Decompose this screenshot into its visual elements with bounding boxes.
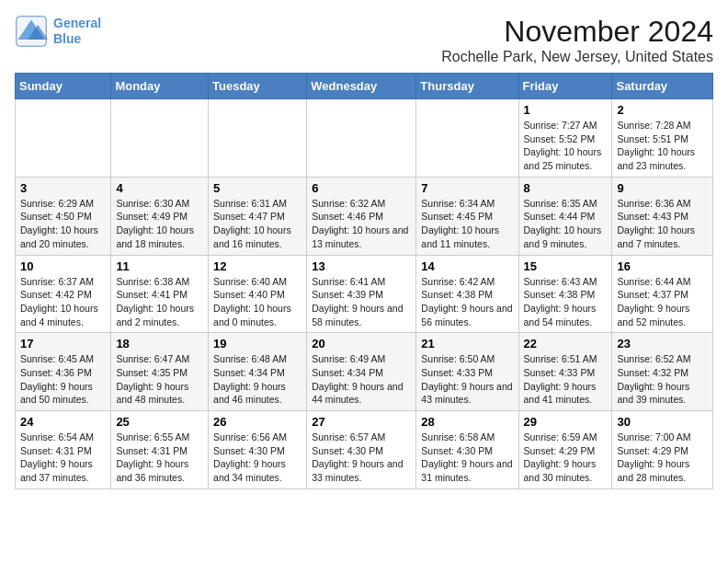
day-number: 2 (617, 103, 708, 117)
header-friday: Friday (518, 74, 612, 99)
title-area: November 2024 Rochelle Park, New Jersey,… (441, 15, 713, 65)
calendar-week-5: 24Sunrise: 6:54 AM Sunset: 4:31 PM Dayli… (16, 411, 713, 489)
day-info: Sunrise: 6:52 AM Sunset: 4:32 PM Dayligh… (617, 352, 708, 407)
day-number: 27 (312, 415, 411, 429)
calendar-cell: 6Sunrise: 6:32 AM Sunset: 4:46 PM Daylig… (307, 177, 416, 255)
day-number: 7 (421, 181, 513, 195)
logo-line1: General (53, 16, 101, 30)
day-number: 20 (312, 337, 411, 350)
day-number: 26 (213, 415, 301, 429)
day-number: 21 (421, 337, 513, 350)
day-number: 30 (617, 415, 708, 429)
day-number: 28 (421, 415, 513, 429)
day-number: 1 (524, 103, 608, 117)
header-sunday: Sunday (16, 74, 111, 99)
calendar-cell: 21Sunrise: 6:50 AM Sunset: 4:33 PM Dayli… (416, 333, 518, 411)
day-number: 17 (20, 337, 106, 350)
calendar-cell: 27Sunrise: 6:57 AM Sunset: 4:30 PM Dayli… (307, 411, 416, 489)
calendar-cell: 5Sunrise: 6:31 AM Sunset: 4:47 PM Daylig… (209, 177, 307, 255)
day-info: Sunrise: 6:42 AM Sunset: 4:38 PM Dayligh… (421, 275, 513, 329)
calendar-cell (307, 99, 416, 178)
day-number: 16 (617, 259, 708, 273)
day-number: 14 (421, 259, 513, 273)
calendar-cell: 4Sunrise: 6:30 AM Sunset: 4:49 PM Daylig… (111, 177, 209, 255)
day-info: Sunrise: 6:45 AM Sunset: 4:36 PM Dayligh… (20, 352, 106, 407)
day-number: 5 (213, 181, 301, 195)
calendar-cell: 11Sunrise: 6:38 AM Sunset: 4:41 PM Dayli… (111, 255, 209, 333)
day-info: Sunrise: 6:49 AM Sunset: 4:34 PM Dayligh… (312, 352, 411, 407)
day-number: 3 (20, 181, 106, 195)
location: Rochelle Park, New Jersey, United States (441, 49, 713, 65)
page-header: General Blue November 2024 Rochelle Park… (15, 15, 713, 65)
day-number: 4 (116, 181, 203, 195)
day-info: Sunrise: 6:55 AM Sunset: 4:31 PM Dayligh… (116, 431, 203, 485)
day-info: Sunrise: 6:29 AM Sunset: 4:50 PM Dayligh… (20, 197, 106, 251)
day-number: 22 (524, 337, 608, 350)
calendar-week-4: 17Sunrise: 6:45 AM Sunset: 4:36 PM Dayli… (16, 333, 713, 411)
calendar-cell: 30Sunrise: 7:00 AM Sunset: 4:29 PM Dayli… (612, 411, 713, 489)
calendar-cell: 2Sunrise: 7:28 AM Sunset: 5:51 PM Daylig… (612, 99, 713, 178)
day-number: 8 (524, 181, 608, 195)
calendar-cell: 8Sunrise: 6:35 AM Sunset: 4:44 PM Daylig… (518, 177, 612, 255)
calendar-header-row: SundayMondayTuesdayWednesdayThursdayFrid… (16, 74, 713, 99)
day-number: 23 (617, 337, 708, 350)
logo-text: General Blue (53, 16, 101, 47)
day-number: 25 (116, 415, 203, 429)
day-info: Sunrise: 6:47 AM Sunset: 4:35 PM Dayligh… (116, 352, 203, 407)
header-wednesday: Wednesday (307, 74, 416, 99)
day-info: Sunrise: 6:31 AM Sunset: 4:47 PM Dayligh… (213, 197, 301, 251)
day-info: Sunrise: 6:56 AM Sunset: 4:30 PM Dayligh… (213, 431, 301, 485)
day-number: 6 (312, 181, 411, 195)
calendar-cell (111, 99, 209, 178)
calendar-cell: 10Sunrise: 6:37 AM Sunset: 4:42 PM Dayli… (16, 255, 111, 333)
day-info: Sunrise: 6:44 AM Sunset: 4:37 PM Dayligh… (617, 275, 708, 329)
day-info: Sunrise: 6:51 AM Sunset: 4:33 PM Dayligh… (524, 352, 608, 407)
calendar-cell (16, 99, 111, 178)
day-number: 10 (20, 259, 106, 273)
day-info: Sunrise: 6:34 AM Sunset: 4:45 PM Dayligh… (421, 197, 513, 251)
calendar-cell: 23Sunrise: 6:52 AM Sunset: 4:32 PM Dayli… (612, 333, 713, 411)
header-thursday: Thursday (416, 74, 518, 99)
day-info: Sunrise: 7:00 AM Sunset: 4:29 PM Dayligh… (617, 431, 708, 485)
day-number: 19 (213, 337, 301, 350)
day-info: Sunrise: 6:48 AM Sunset: 4:34 PM Dayligh… (213, 352, 301, 407)
day-info: Sunrise: 6:41 AM Sunset: 4:39 PM Dayligh… (312, 275, 411, 329)
calendar-cell: 12Sunrise: 6:40 AM Sunset: 4:40 PM Dayli… (209, 255, 307, 333)
calendar-cell: 22Sunrise: 6:51 AM Sunset: 4:33 PM Dayli… (518, 333, 612, 411)
day-number: 15 (524, 259, 608, 273)
logo: General Blue (15, 15, 101, 48)
logo-icon (15, 15, 48, 48)
calendar-cell: 25Sunrise: 6:55 AM Sunset: 4:31 PM Dayli… (111, 411, 209, 489)
day-info: Sunrise: 6:30 AM Sunset: 4:49 PM Dayligh… (116, 197, 203, 251)
calendar-week-2: 3Sunrise: 6:29 AM Sunset: 4:50 PM Daylig… (16, 177, 713, 255)
header-monday: Monday (111, 74, 209, 99)
calendar-cell: 3Sunrise: 6:29 AM Sunset: 4:50 PM Daylig… (16, 177, 111, 255)
day-info: Sunrise: 6:35 AM Sunset: 4:44 PM Dayligh… (524, 197, 608, 251)
calendar-cell: 15Sunrise: 6:43 AM Sunset: 4:38 PM Dayli… (518, 255, 612, 333)
day-number: 29 (524, 415, 608, 429)
calendar-cell: 7Sunrise: 6:34 AM Sunset: 4:45 PM Daylig… (416, 177, 518, 255)
calendar-cell (416, 99, 518, 178)
day-number: 12 (213, 259, 301, 273)
calendar-cell: 9Sunrise: 6:36 AM Sunset: 4:43 PM Daylig… (612, 177, 713, 255)
day-info: Sunrise: 6:58 AM Sunset: 4:30 PM Dayligh… (421, 431, 513, 485)
calendar-cell: 19Sunrise: 6:48 AM Sunset: 4:34 PM Dayli… (209, 333, 307, 411)
day-info: Sunrise: 6:43 AM Sunset: 4:38 PM Dayligh… (524, 275, 608, 329)
header-saturday: Saturday (612, 74, 713, 99)
day-info: Sunrise: 6:57 AM Sunset: 4:30 PM Dayligh… (312, 431, 411, 485)
day-info: Sunrise: 6:54 AM Sunset: 4:31 PM Dayligh… (20, 431, 106, 485)
calendar-cell: 28Sunrise: 6:58 AM Sunset: 4:30 PM Dayli… (416, 411, 518, 489)
calendar-cell: 1Sunrise: 7:27 AM Sunset: 5:52 PM Daylig… (518, 99, 612, 178)
calendar-cell: 14Sunrise: 6:42 AM Sunset: 4:38 PM Dayli… (416, 255, 518, 333)
day-info: Sunrise: 7:27 AM Sunset: 5:52 PM Dayligh… (524, 119, 608, 173)
calendar-cell: 17Sunrise: 6:45 AM Sunset: 4:36 PM Dayli… (16, 333, 111, 411)
calendar-cell: 16Sunrise: 6:44 AM Sunset: 4:37 PM Dayli… (612, 255, 713, 333)
calendar-table: SundayMondayTuesdayWednesdayThursdayFrid… (15, 73, 713, 489)
day-number: 13 (312, 259, 411, 273)
day-number: 24 (20, 415, 106, 429)
month-title: November 2024 (441, 15, 713, 49)
day-info: Sunrise: 6:50 AM Sunset: 4:33 PM Dayligh… (421, 352, 513, 407)
day-number: 11 (116, 259, 203, 273)
day-info: Sunrise: 6:36 AM Sunset: 4:43 PM Dayligh… (617, 197, 708, 251)
day-info: Sunrise: 6:59 AM Sunset: 4:29 PM Dayligh… (524, 431, 608, 485)
